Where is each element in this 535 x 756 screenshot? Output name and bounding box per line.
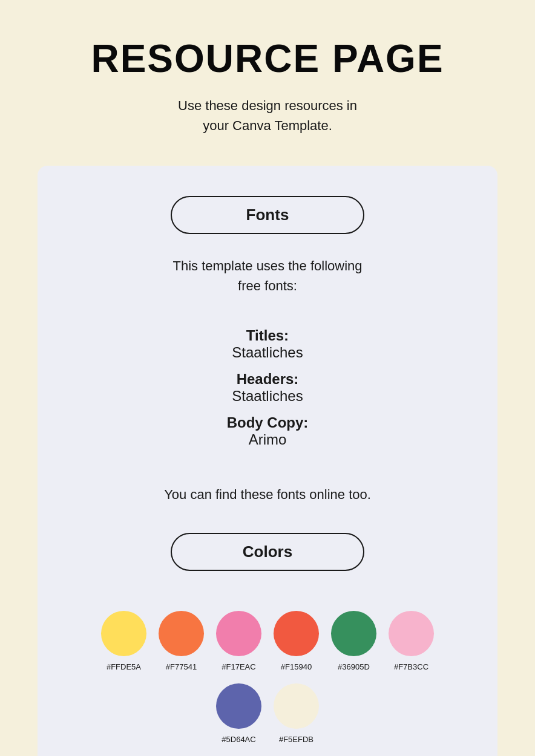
color-swatch-item: #F15940: [274, 611, 319, 671]
fonts-intro-line1: This template uses the following: [172, 258, 362, 273]
fonts-outro: You can find these fonts online too.: [164, 487, 371, 503]
color-swatch-item: #F5EFDB: [274, 683, 319, 744]
color-circle: [274, 683, 319, 729]
fonts-badge: Fonts: [171, 196, 364, 234]
list-item: Titles: Staatliches: [227, 327, 309, 361]
color-circle: [216, 683, 261, 729]
page-title: RESOURCE PAGE: [91, 36, 444, 81]
color-swatch-item: #F77541: [159, 611, 204, 671]
subtitle-line1: Use these design resources in: [178, 98, 357, 113]
colors-section: Colors #FFDE5A#F77541#F17EAC#F15940#3690…: [74, 533, 461, 744]
color-circle: [389, 611, 434, 656]
colors-badge: Colors: [171, 533, 364, 571]
font-headers-label: Headers:: [227, 371, 309, 388]
color-hex-label: #5D64AC: [222, 735, 255, 744]
font-titles-label: Titles:: [227, 327, 309, 344]
color-swatch-item: #FFDE5A: [101, 611, 146, 671]
list-item: Body Copy: Arimo: [227, 414, 309, 448]
color-circle: [274, 611, 319, 656]
color-hex-label: #36905D: [338, 662, 370, 671]
font-list: Titles: Staatliches Headers: Staatliches…: [227, 318, 309, 451]
color-swatches: #FFDE5A#F77541#F17EAC#F15940#36905D#F7B3…: [74, 611, 461, 744]
color-hex-label: #F15940: [281, 662, 312, 671]
font-headers-name: Staatliches: [227, 388, 309, 405]
content-card: Fonts This template uses the following f…: [38, 166, 497, 756]
color-hex-label: #F5EFDB: [279, 735, 313, 744]
subtitle-line2: your Canva Template.: [203, 118, 332, 133]
color-circle: [331, 611, 376, 656]
page-subtitle: Use these design resources in your Canva…: [178, 96, 357, 135]
color-swatch-item: #F17EAC: [216, 611, 261, 671]
color-circle: [159, 611, 204, 656]
font-body-label: Body Copy:: [227, 414, 309, 431]
color-swatch-item: #36905D: [331, 611, 376, 671]
color-hex-label: #FFDE5A: [107, 662, 141, 671]
color-circle: [101, 611, 146, 656]
color-hex-label: #F7B3CC: [394, 662, 428, 671]
color-swatch-item: #F7B3CC: [389, 611, 434, 671]
fonts-intro-line2: free fonts:: [238, 278, 297, 293]
font-body-name: Arimo: [227, 431, 309, 448]
list-item: Headers: Staatliches: [227, 371, 309, 405]
color-hex-label: #F17EAC: [222, 662, 255, 671]
fonts-intro: This template uses the following free fo…: [172, 256, 362, 296]
font-titles-name: Staatliches: [227, 344, 309, 361]
color-hex-label: #F77541: [166, 662, 197, 671]
color-circle: [216, 611, 261, 656]
color-swatch-item: #5D64AC: [216, 683, 261, 744]
